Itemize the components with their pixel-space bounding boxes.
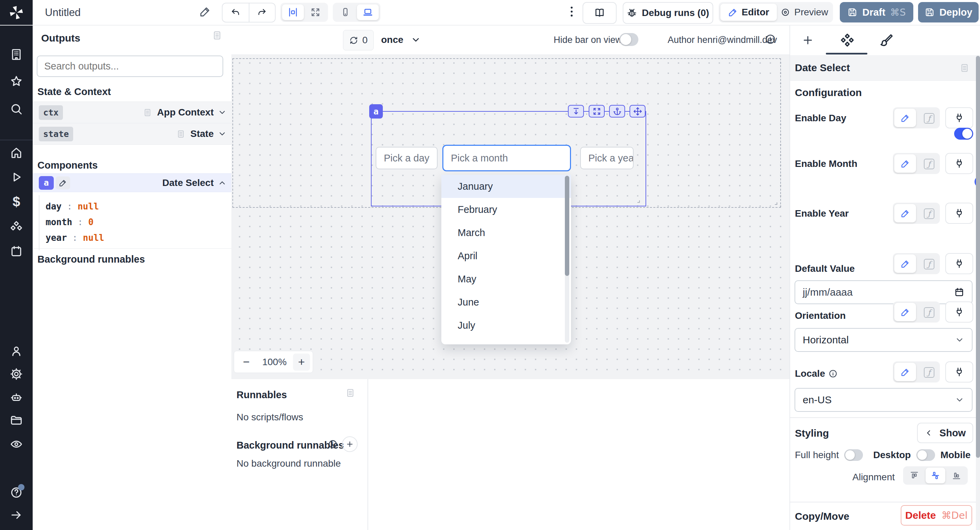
center-content-button[interactable] — [282, 5, 304, 20]
output-line[interactable]: month : 0 — [46, 214, 231, 230]
styling-tab[interactable] — [879, 34, 894, 48]
static-mode-button[interactable] — [894, 204, 916, 222]
delete-component-button[interactable]: Delete ⌘Del — [901, 505, 972, 525]
component-resize-icon[interactable] — [633, 196, 641, 204]
zoom-in-button[interactable]: + — [293, 354, 310, 370]
locale-connect-button[interactable] — [945, 361, 973, 383]
enable-year-connect-button[interactable] — [945, 203, 973, 224]
redo-button[interactable] — [250, 3, 275, 22]
enable-month-connect-button[interactable] — [945, 153, 973, 174]
output-line[interactable]: year : null — [46, 230, 231, 246]
settings-scrollbar-thumb[interactable] — [976, 56, 980, 458]
folders-button[interactable] — [10, 414, 23, 427]
styling-show-button[interactable]: Show — [917, 423, 973, 443]
editor-tab[interactable]: Editor — [721, 4, 777, 21]
javascript-mode-button[interactable]: ƒ — [924, 307, 934, 318]
preview-tab[interactable]: Preview — [778, 4, 831, 21]
javascript-mode-button[interactable]: ƒ — [924, 159, 934, 169]
docs-button[interactable] — [582, 2, 617, 24]
component-settings-tab[interactable] — [840, 33, 855, 48]
month-option[interactable]: June — [441, 291, 571, 314]
orientation-select[interactable]: Horizontal — [795, 328, 972, 352]
align-center-button[interactable] — [926, 468, 945, 483]
year-input[interactable] — [580, 147, 633, 169]
search-outputs-input[interactable] — [37, 56, 223, 77]
locale-select[interactable]: en-US — [795, 388, 972, 412]
resources-button[interactable] — [10, 220, 23, 233]
javascript-mode-button[interactable]: ƒ — [924, 367, 934, 378]
align-bottom-button[interactable] — [947, 468, 966, 483]
runnables-doc-icon[interactable] — [346, 388, 355, 398]
debug-runs-button[interactable]: Debug runs (0) — [623, 2, 713, 24]
fullscreen-canvas-button[interactable] — [305, 5, 326, 20]
hide-bar-toggle[interactable] — [619, 33, 638, 46]
runs-button[interactable] — [10, 171, 23, 184]
desktop-toggle[interactable] — [916, 449, 935, 461]
variables-button[interactable]: $ — [10, 195, 23, 208]
undo-button[interactable] — [223, 3, 250, 22]
draft-button[interactable]: Draft ⌘S — [840, 2, 913, 22]
rename-app-button[interactable] — [199, 6, 211, 18]
javascript-mode-button[interactable]: ƒ — [924, 113, 934, 124]
expand-handle[interactable] — [589, 105, 605, 118]
anchor-handle[interactable] — [609, 105, 625, 118]
align-top-button[interactable] — [904, 468, 924, 483]
author-info-icon[interactable] — [765, 34, 776, 45]
outputs-doc-icon[interactable] — [212, 30, 222, 40]
refresh-app-button[interactable]: 0 — [343, 30, 374, 50]
windmill-logo[interactable] — [0, 0, 33, 25]
fill-height-handle[interactable] — [568, 105, 584, 118]
schedules-button[interactable] — [10, 245, 23, 258]
default-value-connect-button[interactable] — [945, 253, 973, 274]
output-line[interactable]: day : null — [46, 199, 231, 214]
mobile-view-button[interactable] — [334, 5, 356, 20]
state-row[interactable]: state State — [33, 123, 231, 145]
zoom-out-button[interactable]: − — [237, 355, 256, 369]
javascript-mode-button[interactable]: ƒ — [924, 208, 934, 219]
search-nav-button[interactable] — [10, 102, 23, 115]
component-tag[interactable]: a — [369, 104, 383, 118]
dropdown-scrollbar-thumb[interactable] — [565, 176, 569, 276]
ctx-row[interactable]: ctx App Context — [33, 102, 231, 123]
collapse-rail-button[interactable] — [10, 509, 23, 522]
month-option[interactable]: January — [441, 175, 571, 198]
help-button[interactable] — [10, 486, 23, 499]
static-mode-button[interactable] — [894, 254, 916, 273]
month-option[interactable]: April — [441, 244, 571, 267]
component-row[interactable]: a Date Select — [33, 173, 231, 192]
default-value-date-input[interactable]: jj/mm/aaaa — [795, 280, 972, 304]
insert-component-tab[interactable] — [802, 34, 814, 46]
month-input[interactable] — [442, 145, 571, 171]
design-surface[interactable]: a January February March April May June … — [231, 54, 789, 380]
month-option[interactable]: July — [441, 314, 571, 337]
move-handle[interactable] — [630, 105, 646, 118]
resize-corner-icon[interactable] — [771, 198, 778, 206]
add-background-runnable-button[interactable] — [342, 436, 358, 452]
month-option[interactable]: March — [441, 221, 571, 244]
month-option[interactable]: August — [441, 337, 571, 344]
desktop-view-button[interactable] — [357, 5, 379, 20]
settings-doc-icon[interactable] — [960, 63, 969, 73]
static-mode-button[interactable] — [894, 109, 916, 127]
workspace-button[interactable] — [10, 48, 23, 61]
background-runnables-info-icon[interactable] — [328, 439, 337, 449]
refresh-frequency-select[interactable]: once — [381, 32, 421, 47]
enable-day-connect-button[interactable] — [945, 107, 973, 128]
month-option[interactable]: February — [441, 198, 571, 221]
javascript-mode-button[interactable]: ƒ — [924, 259, 934, 270]
enable-day-toggle[interactable] — [954, 128, 973, 140]
static-mode-button[interactable] — [894, 363, 916, 381]
month-option[interactable]: May — [441, 267, 571, 291]
home-button[interactable] — [10, 146, 23, 159]
users-button[interactable] — [10, 345, 23, 358]
orientation-connect-button[interactable] — [945, 302, 973, 322]
day-input[interactable] — [375, 147, 438, 169]
audit-button[interactable] — [10, 438, 23, 451]
full-height-toggle[interactable] — [844, 449, 863, 461]
static-mode-button[interactable] — [894, 154, 916, 173]
deploy-button[interactable]: Deploy — [918, 2, 978, 22]
favorites-button[interactable] — [10, 75, 23, 88]
info-icon[interactable] — [829, 369, 837, 378]
settings-button[interactable] — [10, 367, 23, 380]
edit-component-id-button[interactable] — [56, 176, 70, 189]
